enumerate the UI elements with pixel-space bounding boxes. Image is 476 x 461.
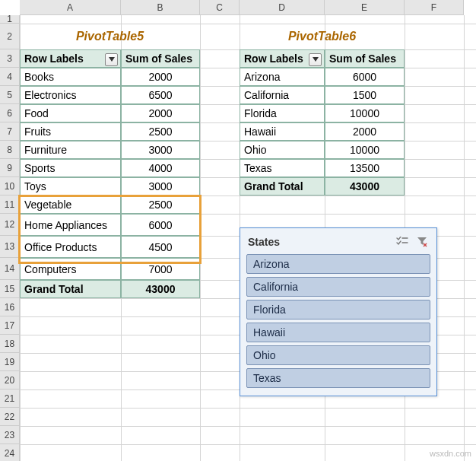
pivot-row-label[interactable]: California	[240, 86, 325, 104]
row-header-10[interactable]: 10	[0, 177, 20, 196]
pivot-row-label[interactable]: Computers	[20, 258, 121, 280]
row-header-12[interactable]: 12	[0, 214, 20, 236]
pivot-row-label[interactable]: Hawaii	[240, 122, 325, 141]
slicer-item[interactable]: Florida	[246, 300, 430, 320]
pivot-row-label[interactable]: Fruits	[20, 122, 121, 141]
row-header-13[interactable]: 13	[0, 236, 20, 258]
pivot-grand-total-label[interactable]: Grand Total	[20, 280, 121, 298]
col-header-A[interactable]: A	[20, 0, 121, 15]
row-header-16[interactable]: 16	[0, 298, 20, 316]
pivot-row-value[interactable]: 7000	[121, 258, 200, 280]
row-header-3[interactable]: 3	[0, 49, 20, 68]
col-header-C[interactable]: C	[200, 0, 240, 15]
pivot-row-value[interactable]: 13500	[325, 159, 405, 177]
row-header-22[interactable]: 22	[0, 408, 20, 426]
col-header-E[interactable]: E	[325, 0, 405, 15]
row-header-2[interactable]: 2	[0, 24, 20, 49]
row-header-9[interactable]: 9	[0, 159, 20, 177]
row-header-24[interactable]: 24	[0, 444, 20, 461]
row-header-14[interactable]: 14	[0, 258, 20, 280]
row-header-5[interactable]: 5	[0, 86, 20, 104]
row-header-1[interactable]: 1	[0, 15, 20, 24]
slicer-item[interactable]: Arizona	[246, 254, 430, 274]
pivot-row-label[interactable]: Books	[20, 68, 121, 86]
pivot-row-label[interactable]: Florida	[240, 104, 325, 122]
pivot-row-label[interactable]: Home Appliances	[20, 214, 121, 236]
row-header-20[interactable]: 20	[0, 371, 20, 389]
pivot-row-value[interactable]: 4000	[121, 159, 200, 177]
slicer-item[interactable]: Texas	[246, 368, 430, 388]
pivot-row-value[interactable]: 2500	[121, 122, 200, 141]
column-headers: ABCDEF	[20, 0, 476, 15]
slicer-states[interactable]: States ArizonaCaliforniaFloridaHawaiiOhi…	[240, 227, 437, 396]
row-header-15[interactable]: 15	[0, 280, 20, 298]
slicer-item[interactable]: Hawaii	[246, 323, 430, 342]
pivottable5-title: PivotTable5	[20, 24, 200, 49]
slicer-item[interactable]: Ohio	[246, 345, 430, 365]
pivot-grand-total-label[interactable]: Grand Total	[240, 177, 325, 196]
row-header-18[interactable]: 18	[0, 335, 20, 353]
pivot-row-value[interactable]: 6000	[121, 214, 200, 236]
row-header-23[interactable]: 23	[0, 426, 20, 444]
watermark: wsxdn.com	[430, 449, 471, 458]
pivot-row-value[interactable]: 4500	[121, 236, 200, 258]
pivot-row-label[interactable]: Vegetable	[20, 196, 121, 214]
pivottable6-title: PivotTable6	[240, 24, 405, 49]
row-header-7[interactable]: 7	[0, 122, 20, 141]
pivot-row-label[interactable]: Furniture	[20, 141, 121, 159]
pivot-row-value[interactable]: 2000	[121, 68, 200, 86]
pivot-row-label[interactable]: Texas	[240, 159, 325, 177]
clear-filter-icon[interactable]	[415, 235, 429, 249]
row-header-21[interactable]: 21	[0, 389, 20, 408]
row-header-8[interactable]: 8	[0, 141, 20, 159]
pivot-header-rowlabels[interactable]: Row Labels	[240, 49, 325, 68]
row-header-19[interactable]: 19	[0, 353, 20, 371]
pivot-row-label[interactable]: Arizona	[240, 68, 325, 86]
pivot-row-value[interactable]: 1500	[325, 86, 405, 104]
pivot-header-sum[interactable]: Sum of Sales	[121, 49, 200, 68]
pivot-row-value[interactable]: 3000	[121, 177, 200, 196]
multi-select-icon[interactable]	[395, 235, 409, 249]
row-header-17[interactable]: 17	[0, 316, 20, 335]
slicer-header: States	[245, 233, 432, 251]
filter-dropdown-icon[interactable]	[105, 53, 118, 66]
pivot-row-value[interactable]: 2000	[121, 104, 200, 122]
slicer-items: ArizonaCaliforniaFloridaHawaiiOhioTexas	[245, 254, 432, 388]
pivot-grand-total-value[interactable]: 43000	[121, 280, 200, 298]
pivot-row-value[interactable]: 2000	[325, 122, 405, 141]
slicer-title: States	[248, 236, 280, 248]
col-header-F[interactable]: F	[405, 0, 464, 15]
pivot-header-rowlabels[interactable]: Row Labels	[20, 49, 121, 68]
col-header-D[interactable]: D	[240, 0, 325, 15]
pivot-row-label[interactable]: Office Products	[20, 236, 121, 258]
pivot-row-label[interactable]: Ohio	[240, 141, 325, 159]
row-header-11[interactable]: 11	[0, 196, 20, 214]
pivot-row-value[interactable]: 6500	[121, 86, 200, 104]
pivot-row-value[interactable]: 2500	[121, 196, 200, 214]
pivot-row-value[interactable]: 6000	[325, 68, 405, 86]
col-header-B[interactable]: B	[121, 0, 200, 15]
pivot-grand-total-value[interactable]: 43000	[325, 177, 405, 196]
pivot-row-label[interactable]: Sports	[20, 159, 121, 177]
pivot-header-sum[interactable]: Sum of Sales	[325, 49, 405, 68]
pivot-row-label[interactable]: Toys	[20, 177, 121, 196]
pivot-row-value[interactable]: 10000	[325, 141, 405, 159]
row-header-6[interactable]: 6	[0, 104, 20, 122]
pivot-row-value[interactable]: 3000	[121, 141, 200, 159]
pivot-row-label[interactable]: Food	[20, 104, 121, 122]
pivot-row-value[interactable]: 10000	[325, 104, 405, 122]
filter-dropdown-icon[interactable]	[309, 53, 322, 66]
slicer-item[interactable]: California	[246, 277, 430, 297]
pivot-row-label[interactable]: Electronics	[20, 86, 121, 104]
row-header-4[interactable]: 4	[0, 68, 20, 86]
